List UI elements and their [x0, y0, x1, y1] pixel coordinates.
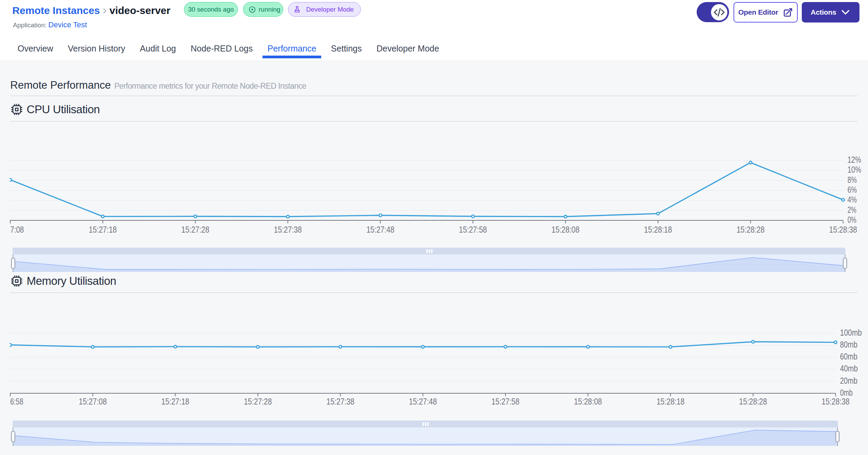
svg-text:15:27:58: 15:27:58	[492, 396, 520, 407]
svg-text:15:28:38: 15:28:38	[829, 224, 857, 235]
svg-text:0%: 0%	[848, 215, 856, 225]
svg-text:15:27:38: 15:27:38	[326, 396, 354, 407]
svg-text:7:08: 7:08	[10, 224, 24, 235]
svg-text:80mb: 80mb	[840, 339, 857, 350]
svg-text:15:28:18: 15:28:18	[656, 396, 684, 407]
svg-text:15:27:28: 15:27:28	[244, 396, 272, 407]
svg-text:15:27:18: 15:27:18	[161, 396, 189, 407]
svg-text:15:28:08: 15:28:08	[574, 396, 602, 407]
svg-text:15:27:28: 15:27:28	[181, 224, 209, 235]
svg-text:15:27:48: 15:27:48	[366, 224, 394, 235]
svg-text:15:28:38: 15:28:38	[822, 396, 850, 407]
svg-text:10%: 10%	[848, 164, 861, 175]
svg-text:15:28:28: 15:28:28	[737, 224, 765, 235]
svg-text:4%: 4%	[848, 194, 857, 205]
svg-text:15:27:08: 15:27:08	[79, 396, 107, 407]
svg-text:15:27:38: 15:27:38	[274, 224, 302, 235]
svg-text:8%: 8%	[848, 175, 857, 185]
svg-text:6%: 6%	[848, 185, 857, 195]
svg-text:15:28:08: 15:28:08	[552, 224, 580, 235]
svg-text:15:27:58: 15:27:58	[459, 224, 487, 235]
svg-text:15:27:18: 15:27:18	[89, 224, 117, 235]
svg-text:40mb: 40mb	[840, 363, 858, 373]
svg-text:60mb: 60mb	[840, 351, 857, 362]
svg-text:6:58: 6:58	[10, 396, 23, 407]
svg-text:20mb: 20mb	[840, 376, 857, 386]
svg-text:15:28:28: 15:28:28	[739, 396, 767, 407]
svg-text:15:27:48: 15:27:48	[409, 396, 437, 407]
svg-text:0mb: 0mb	[840, 387, 853, 398]
svg-text:15:28:18: 15:28:18	[644, 224, 672, 235]
svg-text:2%: 2%	[848, 205, 856, 215]
svg-text:12%: 12%	[848, 155, 861, 165]
svg-text:100mb: 100mb	[840, 327, 862, 338]
